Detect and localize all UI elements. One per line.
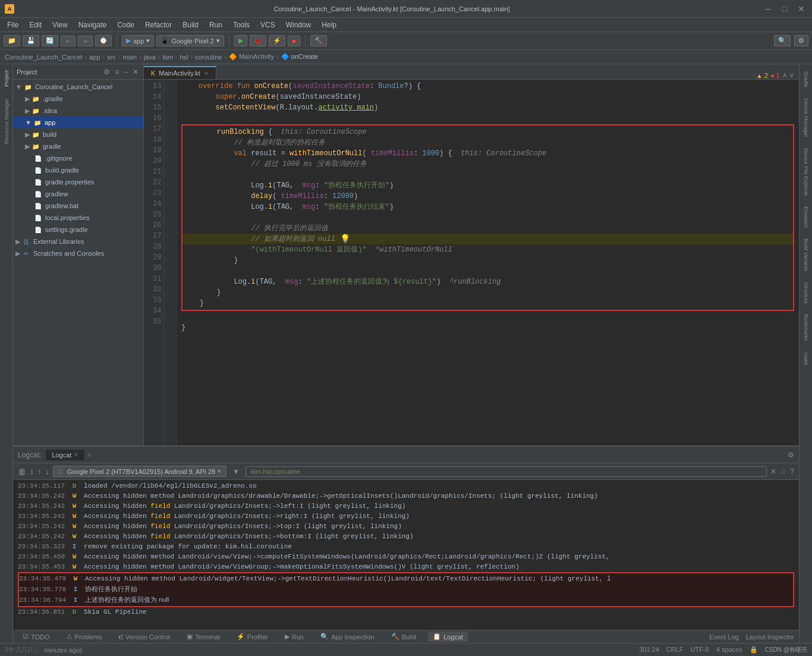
tree-item-scratches[interactable]: ▶ ✏ Scratches and Consoles	[13, 247, 143, 259]
navigate-down-btn[interactable]: ∨	[789, 71, 794, 79]
tree-item-gradle[interactable]: ▶ 📁 gradle	[13, 140, 143, 152]
breadcrumb-src[interactable]: src	[107, 54, 116, 61]
event-log-btn[interactable]: Event Log	[709, 633, 739, 641]
toolbar-open-btn[interactable]: 📁	[4, 35, 20, 46]
logcat-help-btn[interactable]: ?	[790, 467, 794, 476]
maximize-button[interactable]: □	[779, 4, 791, 14]
right-tab-bookmarks[interactable]: Bookmarks	[801, 309, 811, 346]
close-button[interactable]: ✕	[795, 4, 807, 14]
menu-vcs[interactable]: VCS	[256, 20, 280, 30]
tree-item-settingsgradle[interactable]: 📄 settings.gradle	[13, 224, 143, 236]
breadcrumb-app[interactable]: app	[89, 54, 100, 61]
toolbar-tab-todo[interactable]: ☑ TODO	[18, 632, 55, 642]
toolbar-tab-build[interactable]: 🔨 Build	[386, 632, 421, 642]
toolbar-recent-btn[interactable]: ⌚	[95, 35, 112, 46]
menu-window[interactable]: Window	[281, 20, 316, 30]
right-tab-structure[interactable]: Structure	[801, 277, 811, 309]
logcat-scroll-btn[interactable]: ↕	[30, 467, 34, 476]
file-tree-collapse[interactable]: –	[122, 67, 129, 77]
right-tab-device-file[interactable]: Device File Explorer	[801, 143, 811, 201]
tree-item-gradlew[interactable]: 📄 gradlew	[13, 188, 143, 200]
editor-tab-close-btn[interactable]: ✕	[204, 70, 209, 77]
logcat-bookmark-btn[interactable]: ☆	[780, 467, 786, 476]
gradle-sync-btn[interactable]: 🔨	[310, 35, 327, 46]
settings-btn[interactable]: ⚙	[794, 35, 808, 46]
sidebar-tab-project[interactable]: Project	[1, 64, 12, 93]
tree-root[interactable]: ▼ 📁 Coroutine_Launch_Cancel	[13, 81, 143, 93]
toolbar-tab-profiler[interactable]: ⚡ Profiler	[232, 632, 273, 642]
toolbar-tab-terminal[interactable]: ▣ Terminal	[182, 632, 225, 642]
menu-build[interactable]: Build	[178, 20, 203, 30]
file-tree-expand[interactable]: ≡	[114, 67, 120, 77]
search-everywhere-btn[interactable]: 🔍	[774, 35, 791, 46]
tree-item-app[interactable]: ▼ 📁 app	[13, 117, 143, 128]
breadcrumb-oncreate[interactable]: 🔷 onCreate	[281, 53, 318, 61]
sidebar-tab-resource[interactable]: Resource Manager	[1, 93, 12, 150]
tree-item-idea[interactable]: ▶ 📁 .idea	[13, 105, 143, 117]
logcat-tab-close[interactable]: ✕	[74, 451, 78, 458]
code-lines[interactable]: override fun onCreate(savedInstanceState…	[177, 80, 799, 445]
logcat-device-dropdown[interactable]: □ Google Pixel 2 (HT7BV1A02915) Android …	[53, 466, 226, 477]
debug-button[interactable]: 🐞	[250, 35, 266, 46]
logcat-close-btn[interactable]: ✕	[770, 467, 776, 476]
logcat-up-btn[interactable]: ↑	[37, 467, 42, 476]
tree-item-gradleprops[interactable]: 📄 gradle.properties	[13, 176, 143, 188]
breadcrumb-mainactivity[interactable]: 🔶 MainActivity	[229, 53, 274, 61]
stop-button[interactable]: ■	[288, 36, 300, 46]
right-tab-build-variants[interactable]: Build Variants	[801, 234, 811, 276]
toolbar-tab-logcat[interactable]: 📋 Logcat	[428, 632, 468, 642]
status-position[interactable]: 301:24	[639, 646, 659, 654]
tree-item-gitignore[interactable]: 📄 .gitignore	[13, 152, 143, 164]
status-encoding[interactable]: UTF-8	[691, 646, 709, 654]
status-line-ending[interactable]: CRLF	[666, 646, 684, 654]
toolbar-tab-appinspection[interactable]: 🔍 App Inspection	[316, 632, 379, 642]
log-tab-logcat[interactable]: Logcat ✕	[46, 450, 84, 460]
status-time[interactable]: minutes ago)	[44, 646, 82, 654]
layout-inspector-btn[interactable]: Layout Inspector	[746, 633, 794, 641]
tree-item-build[interactable]: ▶ 📁 build	[13, 128, 143, 140]
breadcrumb-hsl[interactable]: hsl	[180, 54, 188, 61]
breadcrumb-main[interactable]: main	[122, 54, 137, 61]
menu-help[interactable]: Help	[317, 20, 341, 30]
toolbar-tab-problems[interactable]: ⚠ Problems	[62, 632, 107, 642]
menu-view[interactable]: View	[48, 20, 73, 30]
right-tab-emulator[interactable]: Emulator	[801, 202, 811, 233]
tree-item-buildgradle[interactable]: 📄 build.gradle	[13, 164, 143, 176]
breadcrumb-java[interactable]: java	[144, 54, 156, 61]
navigate-up-btn[interactable]: ∧	[782, 71, 787, 79]
menu-navigate[interactable]: Navigate	[74, 20, 111, 30]
breadcrumb-coroutine[interactable]: coroutine	[195, 54, 222, 61]
logcat-down-btn[interactable]: ↓	[45, 467, 49, 476]
device-dropdown[interactable]: 📱 Google Pixel 2 ▾	[156, 35, 224, 46]
menu-edit[interactable]: Edit	[24, 20, 46, 30]
logcat-settings-btn[interactable]: ⚙	[788, 451, 794, 459]
breadcrumb-project[interactable]: Coroutine_Launch_Cancel	[5, 54, 82, 61]
file-tree-close[interactable]: ✕	[131, 67, 140, 77]
run-button[interactable]: ▶	[234, 35, 247, 46]
file-tree-settings[interactable]: ⚙	[102, 67, 111, 77]
app-config-dropdown[interactable]: ▶ app ▾	[122, 35, 154, 46]
menu-run[interactable]: Run	[204, 20, 227, 30]
right-tab-gradle[interactable]: Gradle	[801, 67, 811, 92]
tree-item-extlibs[interactable]: ▶ ||| External Libraries	[13, 236, 143, 247]
log-content[interactable]: 23:34:35.117 D loaded /vendor/lib64/egl/…	[13, 480, 799, 630]
menu-tools[interactable]: Tools	[228, 20, 254, 30]
minimize-button[interactable]: ─	[762, 4, 774, 14]
toolbar-tab-vcs[interactable]: ⑆ Version Control	[114, 632, 175, 642]
toolbar-forward-btn[interactable]: →	[78, 36, 93, 46]
menu-code[interactable]: Code	[112, 20, 139, 30]
menu-file[interactable]: File	[2, 20, 23, 30]
add-tab-btn[interactable]: +	[87, 450, 92, 460]
right-tab-device-manager[interactable]: Device Manager	[801, 93, 811, 142]
toolbar-save-btn[interactable]: 💾	[23, 35, 39, 46]
logcat-filter-input[interactable]: kim.hsl.coroutine	[246, 466, 767, 477]
toolbar-sync-btn[interactable]: 🔄	[42, 35, 58, 46]
logcat-clear-btn[interactable]: 🗑	[18, 467, 26, 476]
tree-item-gradle-hidden[interactable]: ▶ 📁 .gradle	[13, 93, 143, 105]
profile-button[interactable]: ⚡	[269, 35, 285, 46]
tree-item-gradlewbat[interactable]: 📄 gradlew.bat	[13, 200, 143, 212]
toolbar-back-btn[interactable]: ←	[61, 36, 75, 46]
menu-refactor[interactable]: Refactor	[140, 20, 177, 30]
tree-item-localprops[interactable]: 📄 local.properties	[13, 212, 143, 224]
status-indent[interactable]: 4 spaces	[716, 646, 742, 654]
